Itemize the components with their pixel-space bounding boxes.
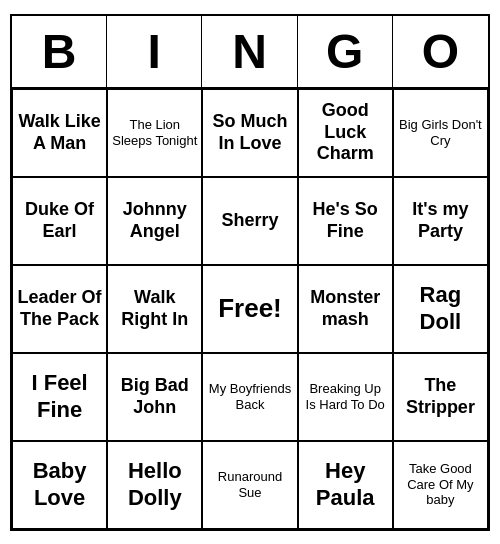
bingo-letter-o: O <box>393 16 488 87</box>
bingo-cell-24: Take Good Care Of My baby <box>393 441 488 529</box>
bingo-cell-15: I Feel Fine <box>12 353 107 441</box>
bingo-cell-7: Sherry <box>202 177 297 265</box>
bingo-grid: Walk Like A ManThe Lion Sleeps TonightSo… <box>12 89 488 529</box>
bingo-letter-b: B <box>12 16 107 87</box>
bingo-cell-19: The Stripper <box>393 353 488 441</box>
bingo-cell-5: Duke Of Earl <box>12 177 107 265</box>
bingo-card: BINGO Walk Like A ManThe Lion Sleeps Ton… <box>10 14 490 531</box>
bingo-cell-6: Johnny Angel <box>107 177 202 265</box>
bingo-cell-12: Free! <box>202 265 297 353</box>
bingo-letter-i: I <box>107 16 202 87</box>
bingo-cell-9: It's my Party <box>393 177 488 265</box>
bingo-cell-20: Baby Love <box>12 441 107 529</box>
bingo-cell-11: Walk Right In <box>107 265 202 353</box>
bingo-cell-22: Runaround Sue <box>202 441 297 529</box>
bingo-cell-3: Good Luck Charm <box>298 89 393 177</box>
bingo-cell-0: Walk Like A Man <box>12 89 107 177</box>
bingo-cell-2: So Much In Love <box>202 89 297 177</box>
bingo-cell-13: Monster mash <box>298 265 393 353</box>
bingo-header: BINGO <box>12 16 488 89</box>
bingo-letter-n: N <box>202 16 297 87</box>
bingo-cell-14: Rag Doll <box>393 265 488 353</box>
bingo-cell-16: Big Bad John <box>107 353 202 441</box>
bingo-cell-21: Hello Dolly <box>107 441 202 529</box>
bingo-cell-17: My Boyfriends Back <box>202 353 297 441</box>
bingo-cell-18: Breaking Up Is Hard To Do <box>298 353 393 441</box>
bingo-cell-1: The Lion Sleeps Tonight <box>107 89 202 177</box>
bingo-cell-8: He's So Fine <box>298 177 393 265</box>
bingo-cell-10: Leader Of The Pack <box>12 265 107 353</box>
bingo-cell-4: Big Girls Don't Cry <box>393 89 488 177</box>
bingo-letter-g: G <box>298 16 393 87</box>
bingo-cell-23: Hey Paula <box>298 441 393 529</box>
